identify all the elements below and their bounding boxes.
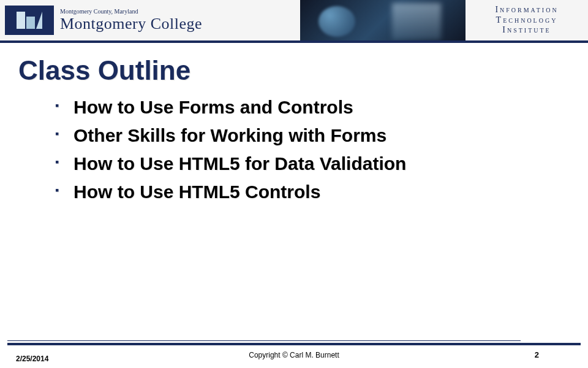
institute-line-3: Institute bbox=[502, 25, 551, 36]
bullet-list: How to Use Forms and Controls Other Skil… bbox=[18, 97, 570, 202]
slide-header: Montgomery County, Maryland Montgomery C… bbox=[0, 0, 588, 43]
institute-line-2: Technology bbox=[496, 15, 558, 26]
slide-footer: 2/25/2014 Copyright © Carl M. Burnett 2 bbox=[0, 340, 588, 368]
college-name: Montgomery College bbox=[60, 15, 202, 33]
footer-copyright: Copyright © Carl M. Burnett bbox=[249, 351, 339, 359]
footer-divider-thick bbox=[7, 343, 581, 345]
list-item: How to Use HTML5 for Data Validation bbox=[55, 153, 570, 174]
institute-name-block: Information Technology Institute bbox=[466, 0, 588, 40]
institute-line-1: Information bbox=[495, 5, 558, 15]
header-image-panel bbox=[300, 0, 466, 40]
list-item: How to Use Forms and Controls bbox=[55, 97, 570, 118]
footer-date: 2/25/2014 bbox=[16, 355, 48, 363]
footer-page-number: 2 bbox=[535, 350, 539, 359]
college-logo-icon bbox=[5, 6, 54, 35]
slide-title: Class Outline bbox=[18, 55, 570, 86]
college-name-block: Montgomery County, Maryland Montgomery C… bbox=[60, 8, 202, 33]
list-item: How to Use HTML5 Controls bbox=[55, 182, 570, 202]
college-tagline: Montgomery County, Maryland bbox=[60, 8, 202, 15]
header-left-panel: Montgomery County, Maryland Montgomery C… bbox=[0, 0, 300, 40]
footer-divider-thin bbox=[7, 340, 521, 341]
slide-content: Class Outline How to Use Forms and Contr… bbox=[0, 43, 588, 202]
list-item: Other Skills for Working with Forms bbox=[55, 125, 570, 146]
